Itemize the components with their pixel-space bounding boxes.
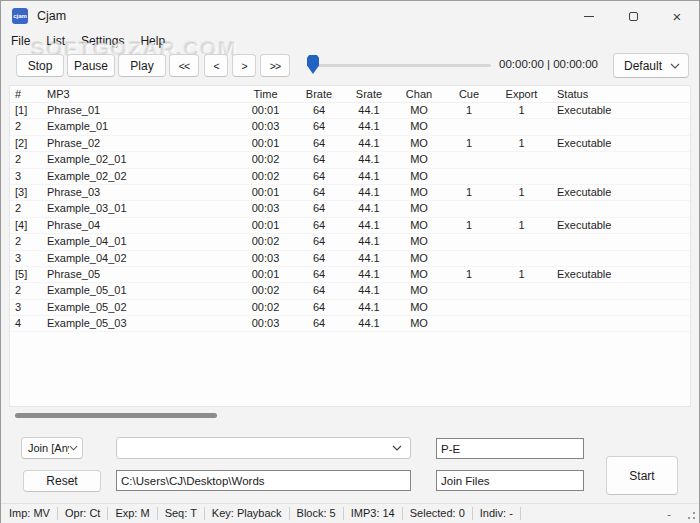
play-button[interactable]: Play [118, 54, 166, 77]
app-icon: cjam [12, 8, 28, 24]
cell-export: 1 [494, 103, 549, 118]
step-back-button[interactable]: < [204, 54, 228, 77]
cell-mp3: Example_02_02 [38, 169, 237, 184]
output-path-input[interactable] [116, 470, 411, 491]
cell-time: 00:03 [237, 119, 294, 134]
app-window: cjam Cjam × FileListSettingsHelp SOFTGOZ… [0, 0, 700, 523]
cell-cue [444, 119, 494, 134]
cell-mp3: Example_04_01 [38, 234, 237, 249]
cell-status: Executable [549, 267, 690, 282]
table-row[interactable]: [4]Phrase_0400:016444.1MO11Executable [10, 218, 690, 234]
stop-button[interactable]: Stop [16, 54, 64, 77]
status-bar: Imp: MVOpr: CtExp: MSeq: TKey: PlaybackB… [1, 503, 699, 523]
cell-cue [444, 283, 494, 298]
preset-dropdown[interactable]: Default [613, 53, 689, 78]
fast-forward-button[interactable]: >> [260, 54, 290, 77]
column-header-srate[interactable]: Srate [344, 86, 394, 102]
column-header-brate[interactable]: Brate [294, 86, 344, 102]
status-item-key: Key: Playback [205, 507, 290, 520]
cell-status [549, 283, 690, 298]
cell-status [549, 316, 690, 331]
table-row[interactable]: [5]Phrase_0500:016444.1MO11Executable [10, 267, 690, 283]
column-header-chan[interactable]: Chan [394, 86, 444, 102]
table-row[interactable]: 2Example_0100:036444.1MO [10, 119, 690, 135]
join-mode-dropdown[interactable]: Join [Any P [21, 437, 83, 459]
cell-brate: 64 [294, 119, 344, 134]
table-row[interactable]: [2]Phrase_0200:016444.1MO11Executable [10, 136, 690, 152]
cell-brate: 64 [294, 103, 344, 118]
cell-chan: MO [394, 185, 444, 200]
table-row[interactable]: 2Example_05_0100:026444.1MO [10, 283, 690, 299]
cell-export [494, 283, 549, 298]
cell-export [494, 152, 549, 167]
cell-srate: 44.1 [344, 119, 394, 134]
cell-srate: 44.1 [344, 267, 394, 282]
cell-brate: 64 [294, 185, 344, 200]
pattern-input[interactable] [436, 438, 584, 459]
cell-time: 00:02 [237, 234, 294, 249]
table-row[interactable]: 2Example_04_0100:026444.1MO [10, 234, 690, 250]
table-row[interactable]: [1]Phrase_0100:016444.1MO11Executable [10, 103, 690, 119]
join-files-input[interactable] [436, 470, 584, 491]
table-row[interactable]: 3Example_02_0200:026444.1MO [10, 169, 690, 185]
table-row[interactable]: 3Example_05_0200:026444.1MO [10, 300, 690, 316]
cell-export [494, 119, 549, 134]
cell-chan: MO [394, 267, 444, 282]
rewind-button[interactable]: << [169, 54, 199, 77]
column-header-export[interactable]: Export [494, 86, 549, 102]
cell-srate: 44.1 [344, 103, 394, 118]
cell-num: [3] [10, 185, 38, 200]
cell-num: 2 [10, 201, 38, 216]
cell-cue [444, 152, 494, 167]
maximize-button[interactable] [611, 1, 655, 31]
column-header-num[interactable]: # [10, 86, 38, 102]
cell-brate: 64 [294, 218, 344, 233]
close-button[interactable]: × [655, 1, 699, 31]
cell-chan: MO [394, 283, 444, 298]
file-combo-box[interactable] [116, 437, 411, 459]
column-header-cue[interactable]: Cue [444, 86, 494, 102]
cell-time: 00:01 [237, 218, 294, 233]
seek-slider-thumb[interactable] [307, 55, 319, 74]
cell-chan: MO [394, 103, 444, 118]
table-row[interactable]: 2Example_03_0100:036444.1MO [10, 201, 690, 217]
reset-button[interactable]: Reset [23, 470, 101, 492]
cell-brate: 64 [294, 283, 344, 298]
cell-srate: 44.1 [344, 152, 394, 167]
column-header-status[interactable]: Status [549, 86, 690, 102]
horizontal-scrollbar[interactable] [15, 413, 217, 418]
cell-export: 1 [494, 267, 549, 282]
pause-button[interactable]: Pause [67, 54, 115, 77]
mp3-table-body: [1]Phrase_0100:016444.1MO11Executable2Ex… [10, 103, 690, 332]
table-row[interactable]: [3]Phrase_0300:016444.1MO11Executable [10, 185, 690, 201]
cell-export [494, 234, 549, 249]
cell-srate: 44.1 [344, 185, 394, 200]
cell-time: 00:01 [237, 185, 294, 200]
resize-grip-icon[interactable] [693, 517, 695, 519]
mp3-table-header: #MP3TimeBrateSrateChanCueExportStatus [10, 86, 690, 103]
cell-chan: MO [394, 152, 444, 167]
cell-num: [5] [10, 267, 38, 282]
step-forward-button[interactable]: > [232, 54, 256, 77]
cell-brate: 64 [294, 300, 344, 315]
cell-time: 00:01 [237, 103, 294, 118]
cell-export: 1 [494, 185, 549, 200]
start-button[interactable]: Start [606, 456, 678, 495]
table-row[interactable]: 2Example_02_0100:026444.1MO [10, 152, 690, 168]
column-header-mp3[interactable]: MP3 [38, 86, 237, 102]
cell-status: Executable [549, 185, 690, 200]
cell-cue [444, 316, 494, 331]
seek-slider-track[interactable] [310, 64, 491, 67]
status-item-imp3: IMP3: 14 [344, 507, 403, 520]
cell-brate: 64 [294, 201, 344, 216]
cell-mp3: Example_05_02 [38, 300, 237, 315]
table-row[interactable]: 3Example_04_0200:036444.1MO [10, 251, 690, 267]
column-header-time[interactable]: Time [237, 86, 294, 102]
cell-srate: 44.1 [344, 218, 394, 233]
preset-value: Default [614, 59, 670, 73]
minimize-button[interactable] [567, 1, 611, 31]
chevron-down-icon [670, 63, 680, 69]
cell-mp3: Phrase_03 [38, 185, 237, 200]
cell-num: 2 [10, 234, 38, 249]
table-row[interactable]: 4Example_05_0300:036444.1MO [10, 316, 690, 332]
